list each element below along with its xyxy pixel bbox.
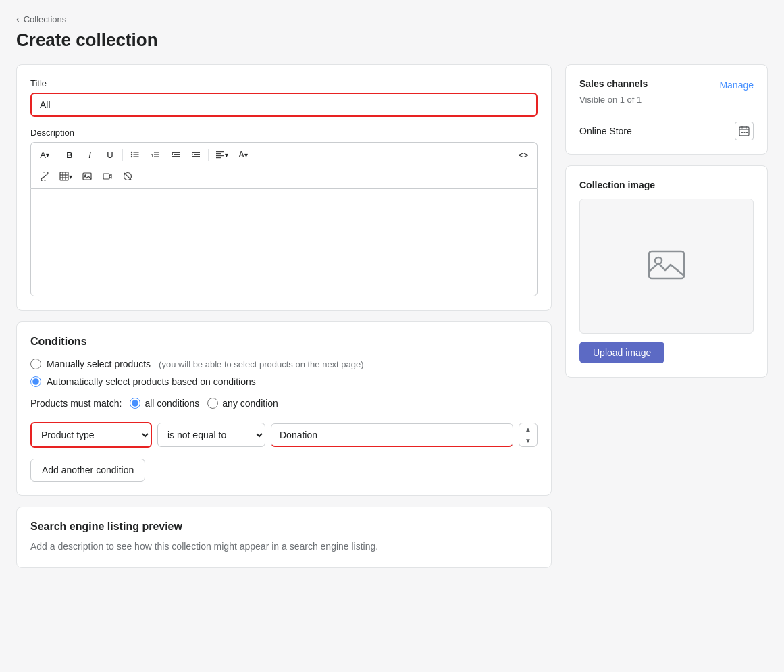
online-store-row: Online Store [579, 113, 754, 140]
svg-rect-15 [194, 154, 200, 155]
indent-increase-button[interactable] [186, 145, 205, 164]
collection-image-title: Collection image [579, 180, 754, 190]
any-condition-label[interactable]: any condition [222, 398, 278, 409]
manage-link[interactable]: Manage [719, 80, 754, 91]
video-button[interactable] [98, 167, 117, 186]
products-match-label: Products must match: [30, 398, 122, 409]
all-conditions-option[interactable]: all conditions [130, 398, 199, 409]
title-label: Title [30, 78, 538, 88]
all-conditions-radio[interactable] [130, 398, 140, 409]
svg-rect-7 [154, 152, 159, 153]
toolbar-separator-2 [122, 149, 123, 161]
condition-row: Product type Title Tag Price Compare at … [30, 422, 538, 448]
indent-decrease-button[interactable] [166, 145, 185, 164]
svg-rect-38 [746, 132, 748, 133]
svg-point-0 [131, 152, 132, 153]
svg-rect-16 [192, 156, 200, 157]
svg-rect-27 [83, 173, 91, 180]
condition-field-select[interactable]: Product type Title Tag Price Compare at … [30, 422, 152, 448]
svg-rect-12 [172, 156, 180, 157]
condition-value-input[interactable] [271, 423, 513, 447]
svg-rect-37 [744, 132, 746, 133]
svg-rect-5 [134, 156, 139, 157]
svg-point-28 [84, 174, 86, 176]
font-size-button[interactable]: A ▾ [35, 145, 54, 164]
sales-channels-header: Sales channels Manage [579, 78, 754, 92]
description-label: Description [30, 128, 538, 138]
collection-image-card: Collection image Upload image [565, 165, 768, 378]
left-column: Title Description A ▾ B I U [16, 64, 552, 568]
title-input[interactable] [30, 93, 538, 117]
svg-rect-29 [103, 174, 109, 179]
image-button[interactable] [78, 167, 97, 186]
link-button[interactable] [35, 167, 54, 186]
stepper-down-button[interactable]: ▼ [519, 435, 537, 446]
description-editor[interactable] [30, 188, 538, 296]
underline-button[interactable]: U [101, 145, 120, 164]
visible-text: Visible on 1 of 1 [579, 95, 754, 105]
title-card: Title Description A ▾ B I U [16, 64, 552, 311]
seo-title: Search engine listing preview [30, 521, 538, 533]
text-color-button[interactable]: A ▾ [234, 145, 253, 164]
breadcrumb-link[interactable]: Collections [24, 14, 67, 24]
online-store-label: Online Store [579, 126, 632, 136]
auto-select-option[interactable]: Automatically select products based on c… [30, 376, 538, 387]
svg-rect-36 [741, 132, 743, 133]
svg-rect-3 [134, 152, 139, 153]
editor-toolbar: A ▾ B I U 1. [30, 142, 538, 188]
no-format-button[interactable] [118, 167, 137, 186]
svg-rect-21 [216, 157, 221, 158]
svg-point-1 [131, 154, 132, 155]
italic-button[interactable]: I [80, 145, 99, 164]
svg-marker-13 [172, 153, 173, 155]
code-view-button[interactable]: <> [514, 145, 533, 164]
calendar-button[interactable] [735, 122, 754, 140]
ordered-list-button[interactable]: 1. [146, 145, 165, 164]
seo-card: Search engine listing preview Add a desc… [16, 507, 552, 568]
toolbar-separator-1 [57, 149, 57, 161]
stepper-up-button[interactable]: ▲ [519, 423, 537, 435]
manual-select-radio[interactable] [30, 359, 41, 369]
sales-channels-card: Sales channels Manage Visible on 1 of 1 … [565, 64, 768, 155]
svg-rect-9 [154, 156, 159, 157]
add-condition-button[interactable]: Add another condition [30, 459, 145, 482]
conditions-title: Conditions [30, 336, 538, 348]
toolbar-separator-3 [208, 149, 209, 161]
svg-rect-20 [216, 155, 224, 156]
table-button[interactable]: ▾ [55, 167, 76, 186]
svg-rect-14 [192, 152, 200, 153]
page-title: Create collection [16, 30, 768, 51]
svg-marker-17 [192, 153, 193, 155]
svg-point-2 [131, 156, 132, 157]
svg-rect-22 [60, 172, 68, 180]
svg-rect-8 [154, 154, 159, 155]
svg-rect-19 [216, 153, 221, 154]
any-condition-radio[interactable] [207, 398, 218, 409]
right-column: Sales channels Manage Visible on 1 of 1 … [565, 64, 768, 378]
auto-select-radio[interactable] [30, 376, 41, 387]
back-icon: ‹ [16, 14, 20, 24]
manual-label: Manually select products [47, 359, 151, 369]
manual-select-option[interactable]: Manually select products (you will be ab… [30, 359, 538, 369]
selection-method-group: Manually select products (you will be ab… [30, 359, 538, 387]
condition-stepper: ▲ ▼ [519, 423, 538, 447]
conditions-card: Conditions Manually select products (you… [16, 321, 552, 496]
bold-button[interactable]: B [60, 145, 79, 164]
svg-rect-11 [174, 154, 180, 155]
image-placeholder-icon [646, 246, 687, 286]
products-match-row: Products must match: all conditions any … [30, 398, 538, 409]
seo-description: Add a description to see how this collec… [30, 540, 538, 554]
svg-rect-4 [134, 154, 139, 155]
unordered-list-button[interactable] [126, 145, 145, 164]
svg-rect-18 [216, 151, 224, 152]
align-button[interactable]: ▾ [211, 145, 232, 164]
upload-image-button[interactable]: Upload image [579, 342, 664, 363]
svg-rect-39 [649, 251, 684, 278]
sales-channels-title: Sales channels [579, 78, 648, 89]
any-condition-option[interactable]: any condition [207, 398, 278, 409]
condition-operator-select[interactable]: is equal to is not equal to starts with … [157, 423, 265, 447]
svg-text:1.: 1. [151, 153, 155, 159]
svg-rect-32 [739, 127, 749, 136]
all-conditions-label[interactable]: all conditions [145, 398, 199, 409]
breadcrumb: ‹ Collections [16, 14, 768, 24]
